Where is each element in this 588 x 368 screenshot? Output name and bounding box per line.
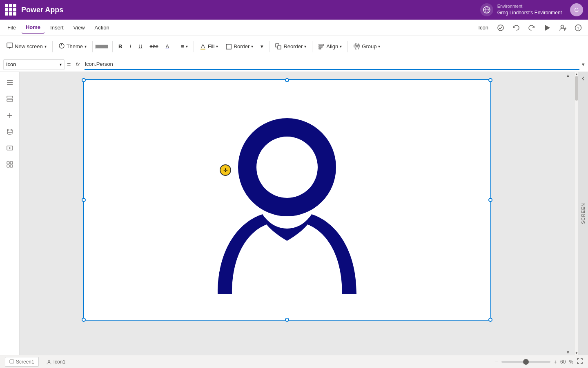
menu-action[interactable]: Action bbox=[91, 22, 114, 33]
icon1-tab[interactable]: Icon1 bbox=[42, 357, 69, 366]
move-cursor-indicator[interactable]: ✛ bbox=[220, 164, 231, 176]
scroll-bottom-arrow[interactable]: ▼ bbox=[566, 349, 570, 355]
zoom-out-button[interactable]: − bbox=[495, 359, 498, 365]
svg-point-38 bbox=[256, 137, 318, 198]
svg-rect-22 bbox=[355, 44, 359, 49]
strikethrough-button[interactable]: abc bbox=[147, 42, 162, 51]
font-color-label: A bbox=[165, 43, 169, 49]
svg-point-30 bbox=[7, 129, 12, 131]
person-icon-container bbox=[209, 106, 365, 294]
align-button[interactable]: ≡ ▾ bbox=[178, 42, 191, 51]
align-caret: ▾ bbox=[186, 44, 188, 49]
fullscreen-button[interactable] bbox=[577, 358, 583, 366]
screen1-tab[interactable]: Screen1 bbox=[5, 357, 39, 367]
svg-rect-35 bbox=[7, 165, 9, 167]
health-check-button[interactable] bbox=[494, 21, 507, 34]
status-bar: Screen1 Icon1 − + 60 % bbox=[0, 355, 588, 368]
media-icon[interactable] bbox=[2, 141, 17, 155]
toolbar: New screen ▾ Theme ▾ B I U abc A ≡ ▾ Fil… bbox=[0, 36, 588, 57]
help-button[interactable]: ? bbox=[572, 21, 585, 34]
menu-view[interactable]: View bbox=[69, 22, 89, 33]
more-icon: ▾ bbox=[261, 43, 263, 49]
align-menu-label: Align bbox=[326, 43, 338, 49]
zoom-slider[interactable] bbox=[501, 361, 550, 363]
avatar[interactable]: G bbox=[570, 3, 583, 16]
zoom-in-button[interactable]: + bbox=[554, 359, 557, 365]
add-screen-icon[interactable] bbox=[2, 108, 17, 123]
right-panel[interactable]: SCREEN bbox=[578, 72, 588, 355]
hamburger-menu-icon[interactable] bbox=[2, 75, 17, 90]
env-name: Greg Lindhorst's Environment bbox=[497, 9, 562, 16]
new-screen-button[interactable]: New screen ▾ bbox=[3, 41, 50, 52]
equals-sign: = bbox=[67, 61, 71, 68]
menu-insert[interactable]: Insert bbox=[46, 22, 68, 33]
property-caret: ▾ bbox=[60, 62, 62, 67]
align-icon: ≡ bbox=[181, 43, 184, 49]
fx-label: fx bbox=[76, 61, 80, 67]
font-color-button[interactable]: A bbox=[162, 42, 172, 51]
left-sidebar bbox=[0, 72, 20, 355]
more-options-button[interactable]: ▾ bbox=[257, 42, 267, 51]
fill-button[interactable]: Fill ▾ bbox=[196, 42, 222, 52]
layers-icon[interactable] bbox=[2, 92, 17, 106]
svg-rect-36 bbox=[10, 165, 13, 167]
zoom-percent: 60 bbox=[560, 359, 566, 365]
canvas-area[interactable]: ▲ bbox=[20, 72, 574, 355]
new-screen-icon bbox=[7, 43, 13, 50]
theme-label: Theme bbox=[67, 43, 83, 49]
border-label: Border bbox=[234, 43, 249, 49]
environment-section: Environment Greg Lindhorst's Environment bbox=[480, 3, 562, 16]
new-screen-label: New screen bbox=[15, 43, 43, 49]
reorder-label: Reorder bbox=[283, 43, 303, 49]
svg-point-2 bbox=[498, 25, 503, 31]
divider6 bbox=[269, 41, 270, 52]
right-panel-collapse-button[interactable] bbox=[580, 75, 586, 83]
border-icon bbox=[225, 43, 232, 50]
scroll-top-arrow[interactable]: ▲ bbox=[566, 72, 570, 78]
align-menu-icon bbox=[318, 43, 325, 50]
waffle-icon[interactable] bbox=[5, 4, 16, 16]
menu-file[interactable]: File bbox=[3, 22, 20, 33]
formula-input[interactable] bbox=[85, 59, 579, 70]
divider5 bbox=[194, 41, 194, 52]
status-right: − + 60 % bbox=[495, 358, 583, 366]
reorder-button[interactable]: Reorder ▾ bbox=[272, 42, 310, 52]
svg-marker-32 bbox=[9, 147, 11, 149]
align-menu-button[interactable]: Align ▾ bbox=[315, 42, 345, 52]
controls-icon[interactable] bbox=[2, 157, 17, 172]
group-caret: ▾ bbox=[378, 44, 380, 49]
env-label: Environment bbox=[497, 3, 562, 9]
svg-marker-3 bbox=[545, 25, 550, 31]
border-button[interactable]: Border ▾ bbox=[222, 42, 256, 52]
svg-rect-13 bbox=[200, 49, 205, 49]
group-button[interactable]: Group ▾ bbox=[350, 42, 383, 52]
italic-button[interactable]: I bbox=[127, 42, 135, 51]
underline-button[interactable]: U bbox=[135, 42, 145, 51]
redo-button[interactable] bbox=[525, 21, 538, 34]
selected-control-label: Icon bbox=[474, 23, 492, 32]
undo-button[interactable] bbox=[510, 21, 523, 34]
property-selector[interactable]: Icon ▾ bbox=[3, 59, 65, 70]
formula-expand-caret[interactable]: ▾ bbox=[582, 61, 585, 67]
fx-button[interactable]: fx bbox=[73, 61, 82, 68]
add-user-button[interactable] bbox=[556, 21, 569, 34]
bold-button[interactable]: B bbox=[115, 42, 125, 51]
svg-rect-26 bbox=[7, 96, 13, 98]
group-icon bbox=[354, 43, 360, 50]
fill-icon bbox=[200, 43, 206, 50]
zoom-thumb[interactable] bbox=[523, 359, 529, 365]
scroll-thumb[interactable] bbox=[575, 76, 578, 101]
play-button[interactable] bbox=[541, 21, 554, 34]
main-content: ▲ bbox=[0, 72, 588, 355]
divider4 bbox=[175, 41, 175, 52]
theme-button[interactable]: Theme ▾ bbox=[55, 41, 90, 52]
menu-home[interactable]: Home bbox=[22, 22, 45, 34]
svg-rect-19 bbox=[319, 48, 321, 49]
icon-tab-icon bbox=[46, 359, 52, 365]
svg-rect-33 bbox=[7, 162, 9, 164]
zoom-unit: % bbox=[569, 359, 573, 365]
vertical-scrollbar[interactable]: ▲ ▼ bbox=[574, 72, 578, 355]
fill-caret: ▾ bbox=[216, 44, 218, 49]
data-icon[interactable] bbox=[2, 124, 17, 139]
color-picker[interactable] bbox=[95, 45, 108, 49]
